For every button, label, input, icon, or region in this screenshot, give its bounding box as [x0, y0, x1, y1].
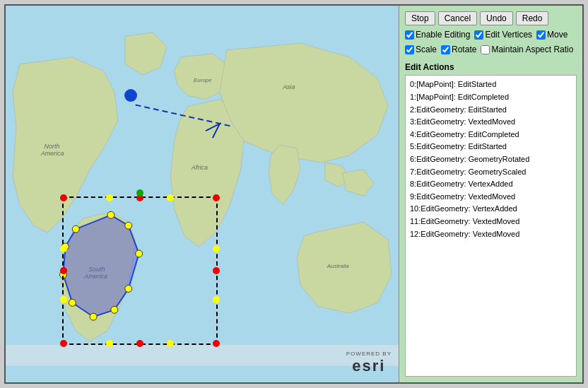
edit-action-item: 12:EditGeometry: VextedMoved — [410, 228, 572, 241]
edit-action-item: 5:EditGeometry: EditStarted — [410, 141, 572, 153]
edit-actions-list[interactable]: 0:[MapPoint]: EditStarted1:[MapPoint]: E… — [405, 75, 577, 377]
edit-action-item: 0:[MapPoint]: EditStarted — [410, 78, 572, 91]
edit-action-item: 6:EditGeometry: GeometryRotated — [410, 153, 572, 166]
svg-text:Asia: Asia — [282, 83, 295, 90]
edit-action-item: 2:EditGeometry: EditStarted — [410, 104, 572, 117]
rotate-checkbox-item: Rotate — [441, 43, 476, 57]
edit-action-item: 11:EditGeometry: VextedMoved — [410, 216, 572, 228]
svg-text:Europe: Europe — [194, 77, 212, 83]
panel-checkboxes: Enable Editing Edit Vertices Move Scale … — [405, 28, 577, 57]
redo-button[interactable]: Redo — [516, 11, 549, 25]
edit-vertices-label: Edit Vertices — [485, 28, 532, 42]
powered-by-text: POWERED BY — [346, 351, 392, 357]
edit-action-item: 1:[MapPoint]: EditCompleted — [410, 91, 572, 104]
edit-actions-title: Edit Actions — [405, 62, 577, 72]
world-map: North America South America Europe Afric… — [6, 6, 399, 382]
scale-label: Scale — [416, 43, 437, 57]
move-label: Move — [547, 28, 568, 42]
undo-button[interactable]: Undo — [480, 11, 513, 25]
cancel-button[interactable]: Cancel — [438, 11, 477, 25]
side-panel: Stop Cancel Undo Redo Enable Editing Edi… — [399, 6, 582, 382]
svg-text:Australia: Australia — [327, 263, 349, 269]
panel-toolbar: Stop Cancel Undo Redo — [405, 11, 577, 25]
stop-button[interactable]: Stop — [405, 11, 435, 25]
maintain-aspect-checkbox[interactable] — [481, 45, 490, 54]
rotate-checkbox[interactable] — [441, 45, 450, 54]
map-area[interactable]: North America South America Europe Afric… — [6, 6, 399, 382]
enable-editing-label: Enable Editing — [416, 28, 470, 42]
maintain-aspect-checkbox-item: Maintain Aspect Ratio — [481, 43, 573, 57]
move-checkbox[interactable] — [536, 30, 546, 40]
scale-checkbox-item: Scale — [405, 43, 437, 57]
edit-action-item: 10:EditGeometry: VertexAdded — [410, 203, 572, 216]
edit-action-item: 3:EditGeometry: VextedMoved — [410, 116, 572, 129]
move-checkbox-item: Move — [536, 28, 568, 42]
edit-action-item: 4:EditGeometry: EditCompleted — [410, 129, 572, 141]
rotate-label: Rotate — [452, 43, 476, 57]
edit-action-item: 8:EditGeometry: VertexAdded — [410, 178, 572, 191]
esri-brand-text: esri — [346, 357, 392, 375]
edit-action-item: 9:EditGeometry: VextedMoved — [410, 191, 572, 204]
edit-action-item: 7:EditGeometry: GeometryScaled — [410, 166, 572, 179]
map-point-marker — [124, 89, 137, 102]
svg-text:North: North — [45, 143, 60, 150]
edit-vertices-checkbox-item: Edit Vertices — [474, 28, 532, 42]
scale-checkbox[interactable] — [405, 45, 414, 54]
svg-text:America: America — [40, 150, 64, 157]
maintain-aspect-label: Maintain Aspect Ratio — [491, 43, 573, 57]
edit-vertices-checkbox[interactable] — [474, 30, 483, 40]
esri-watermark: POWERED BY esri — [346, 351, 392, 375]
enable-editing-checkbox-item: Enable Editing — [405, 28, 470, 42]
svg-text:Africa: Africa — [191, 164, 208, 171]
svg-text:South: South — [88, 266, 105, 273]
enable-editing-checkbox[interactable] — [405, 30, 414, 40]
svg-text:America: America — [83, 273, 107, 280]
